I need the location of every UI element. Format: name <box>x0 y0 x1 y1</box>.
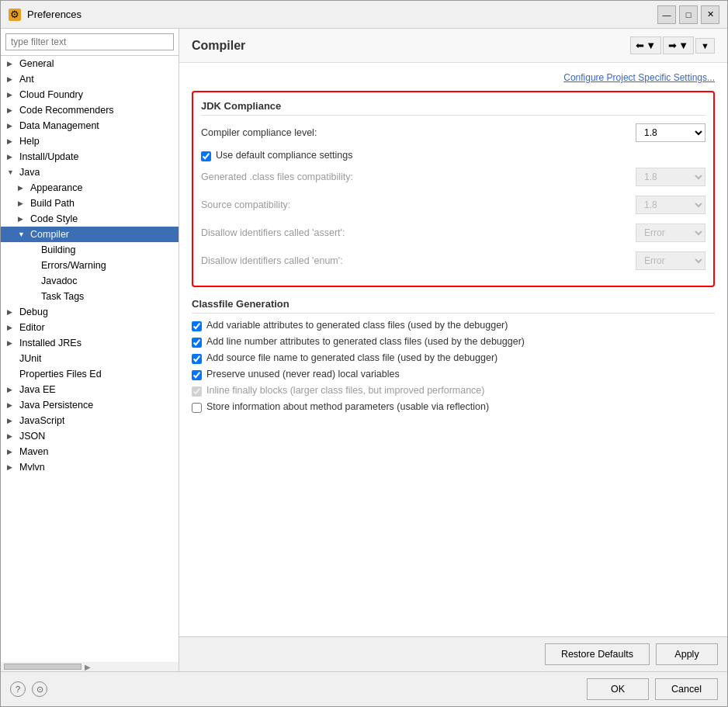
preserve-unused-checkbox[interactable] <box>192 370 202 380</box>
footer-buttons: OK Cancel <box>587 678 718 700</box>
forward-button[interactable]: ➡ ▼ <box>663 36 694 54</box>
tree-arrow: ▶ <box>18 215 27 223</box>
sidebar-item-javadoc[interactable]: Javadoc <box>1 273 179 289</box>
sidebar-item-general[interactable]: ▶General <box>1 56 179 71</box>
sidebar-item-install-update[interactable]: ▶Install/Update <box>1 149 179 165</box>
main-header: Compiler ⬅ ▼ ➡ ▼ ▼ <box>179 29 727 63</box>
sidebar-item-mvlvn[interactable]: ▶Mvlvn <box>1 459 179 475</box>
sidebar-item-java-ee[interactable]: ▶Java EE <box>1 382 179 397</box>
preserve-unused-row: Preserve unused (never read) local varia… <box>192 369 715 380</box>
maximize-button[interactable]: □ <box>679 5 698 24</box>
main-panel: Compiler ⬅ ▼ ➡ ▼ ▼ Configure Project Spe… <box>179 29 727 671</box>
tree-arrow: ▶ <box>7 153 16 161</box>
inline-finally-checkbox <box>192 386 202 397</box>
sidebar-item-cloud-foundry[interactable]: ▶Cloud Foundry <box>1 87 179 102</box>
add-line-number-row: Add line number attributes to generated … <box>192 336 715 348</box>
nav-dropdown-button[interactable]: ▼ <box>695 38 715 54</box>
tree-item-label: Properties Files Ed <box>19 369 102 379</box>
filter-input[interactable] <box>5 33 174 50</box>
ok-button[interactable]: OK <box>587 678 649 700</box>
tree-arrow: ▼ <box>18 230 27 238</box>
sidebar-item-compiler[interactable]: ▼Compiler <box>1 227 179 242</box>
tree-item-label: Mvlvn <box>19 462 45 473</box>
apply-button[interactable]: Apply <box>656 643 718 665</box>
generated-files-row: Generated .class files compatibility: 1.… <box>201 166 705 188</box>
disallow-enum-select: Error <box>636 251 705 270</box>
preserve-unused-label: Preserve unused (never read) local varia… <box>206 369 400 379</box>
back-dropdown[interactable]: ▼ <box>646 40 656 51</box>
store-method-checkbox[interactable] <box>192 403 202 413</box>
sidebar-item-task-tags[interactable]: Task Tags <box>1 289 179 304</box>
tree-arrow: ▶ <box>18 199 27 207</box>
main-content: Configure Project Specific Settings... J… <box>179 63 727 636</box>
add-line-number-label: Add line number attributes to generated … <box>206 336 525 347</box>
sidebar-item-data-management[interactable]: ▶Data Management <box>1 118 179 133</box>
add-variable-label: Add variable attributes to generated cla… <box>206 320 508 331</box>
tree-arrow: ▶ <box>18 184 27 192</box>
help-icon[interactable]: ? <box>10 681 26 697</box>
compliance-level-select[interactable]: 1.8 1.7 1.6 <box>636 123 705 142</box>
sidebar-item-properties-files[interactable]: Properties Files Ed <box>1 366 179 382</box>
sidebar-item-help[interactable]: ▶Help <box>1 133 179 149</box>
info-icon[interactable]: ⊙ <box>32 681 47 697</box>
sidebar-item-errors-warnings[interactable]: Errors/Warning <box>1 258 179 273</box>
use-default-label: Use default compliance settings <box>216 150 352 161</box>
sidebar-item-java-persistence[interactable]: ▶Java Persistence <box>1 397 179 413</box>
sidebar-item-java[interactable]: ▼Java <box>1 165 179 180</box>
title-bar: ⚙ Preferences — □ ✕ <box>1 1 727 29</box>
disallow-assert-select: Error <box>636 224 705 242</box>
sidebar-item-junit[interactable]: JUnit <box>1 351 179 366</box>
tree-arrow: ▶ <box>7 75 16 83</box>
tree-arrow: ▶ <box>7 417 16 425</box>
store-method-row: Store information about method parameter… <box>192 401 715 413</box>
sidebar-item-ant[interactable]: ▶Ant <box>1 71 179 87</box>
tree-item-label: Code Style <box>30 213 78 224</box>
dialog-title: Preferences <box>27 9 651 20</box>
close-button[interactable]: ✕ <box>701 5 719 24</box>
cancel-button[interactable]: Cancel <box>655 678 718 700</box>
tree-item-label: Java <box>19 167 40 178</box>
tree-item-label: Compiler <box>30 229 69 240</box>
tree-item-label: Code Recommenders <box>19 105 114 116</box>
restore-defaults-button[interactable]: Restore Defaults <box>545 643 650 665</box>
tree-item-label: Java EE <box>19 384 56 395</box>
sidebar-scrollbar-area: ▶ <box>1 662 179 671</box>
tree-item-label: Cloud Foundry <box>19 89 83 100</box>
minimize-button[interactable]: — <box>657 5 676 24</box>
use-default-checkbox[interactable] <box>201 151 211 161</box>
source-compat-row: Source compatibility: 1.8 <box>201 194 705 216</box>
add-variable-checkbox[interactable] <box>192 321 202 331</box>
sidebar-item-editor[interactable]: ▶Editor <box>1 320 179 335</box>
sidebar: ▶General▶Ant▶Cloud Foundry▶Code Recommen… <box>1 29 179 671</box>
tree-arrow: ▶ <box>7 91 16 99</box>
store-method-label: Store information about method parameter… <box>206 401 489 412</box>
back-button[interactable]: ⬅ ▼ <box>630 36 661 54</box>
add-source-file-checkbox[interactable] <box>192 354 202 364</box>
tree-item-label: Errors/Warning <box>41 260 106 271</box>
sidebar-item-appearance[interactable]: ▶Appearance <box>1 180 179 196</box>
sidebar-item-javascript[interactable]: ▶JavaScript <box>1 413 179 428</box>
configure-project-link[interactable]: Configure Project Specific Settings... <box>192 72 715 83</box>
add-variable-row: Add variable attributes to generated cla… <box>192 320 715 331</box>
sidebar-item-code-style[interactable]: ▶Code Style <box>1 211 179 227</box>
tree-item-label: Javadoc <box>41 276 78 286</box>
tree-arrow: ▶ <box>7 308 16 316</box>
filter-box <box>1 29 179 56</box>
sidebar-item-maven[interactable]: ▶Maven <box>1 444 179 459</box>
add-line-number-checkbox[interactable] <box>192 338 202 348</box>
sidebar-item-build-path[interactable]: ▶Build Path <box>1 196 179 211</box>
sidebar-item-installed-jres[interactable]: ▶Installed JREs <box>1 335 179 351</box>
tree-item-label: General <box>19 58 54 69</box>
tree-item-label: Debug <box>19 307 48 317</box>
horizontal-scrollbar[interactable] <box>4 664 81 670</box>
sidebar-item-debug[interactable]: ▶Debug <box>1 304 179 320</box>
tree-item-label: Task Tags <box>41 291 84 302</box>
tree-item-label: Maven <box>19 446 49 457</box>
sidebar-item-json[interactable]: ▶JSON <box>1 428 179 444</box>
sidebar-item-code-recommenders[interactable]: ▶Code Recommenders <box>1 102 179 118</box>
use-default-row: Use default compliance settings <box>201 150 705 161</box>
sidebar-item-building[interactable]: Building <box>1 242 179 258</box>
tree-item-label: JUnit <box>19 353 41 364</box>
inline-finally-label: Inline finally blocks (larger class file… <box>206 385 484 396</box>
forward-dropdown[interactable]: ▼ <box>678 40 688 51</box>
